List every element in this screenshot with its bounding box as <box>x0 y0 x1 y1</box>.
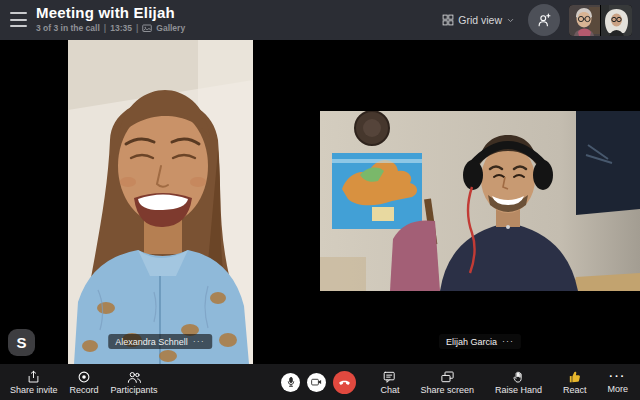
chat-icon <box>382 370 397 384</box>
chevron-down-icon <box>507 18 514 23</box>
video-stage: Alexandra Schnell ··· Elijah Garcia ··· … <box>0 40 640 364</box>
tile-menu-icon[interactable]: ··· <box>193 339 205 344</box>
share-invite-label: Share invite <box>10 385 58 395</box>
toolbar-left-group: Share invite Record Participants <box>4 364 164 400</box>
add-participant-button[interactable] <box>528 4 560 36</box>
grid-icon <box>442 14 454 26</box>
participants-label: Participants <box>111 385 158 395</box>
end-call-icon <box>337 375 352 390</box>
grid-view-button[interactable]: Grid view <box>438 10 518 30</box>
elijah-video <box>320 111 640 291</box>
call-header: Meeting with Elijah 3 of 3 in the call |… <box>0 0 640 40</box>
share-screen-icon <box>440 370 455 384</box>
header-actions: Grid view <box>438 0 638 40</box>
skype-logo[interactable]: S <box>8 329 35 356</box>
menu-icon[interactable] <box>10 12 27 27</box>
call-toolbar: Share invite Record Participants <box>0 364 640 400</box>
share-screen-label: Share screen <box>420 385 474 395</box>
video-tile-alexandra[interactable] <box>68 40 253 364</box>
camera-icon <box>310 376 323 388</box>
camera-button[interactable] <box>307 373 326 392</box>
share-invite-button[interactable]: Share invite <box>4 368 64 397</box>
chat-label: Chat <box>380 385 399 395</box>
video-tile-elijah[interactable] <box>320 111 640 291</box>
tile-menu-icon[interactable]: ··· <box>502 339 514 344</box>
call-subtitle: 3 of 3 in the call | 13:35 | Gallery <box>36 23 185 33</box>
grid-view-label: Grid view <box>458 14 502 26</box>
participants-icon <box>126 370 142 384</box>
toolbar-center-group <box>281 364 356 400</box>
microphone-button[interactable] <box>281 373 300 392</box>
raise-hand-button[interactable]: Raise Hand <box>489 368 548 397</box>
nametag-alexandra: Alexandra Schnell ··· <box>108 334 212 349</box>
raise-hand-icon <box>511 370 525 384</box>
participant-name: Alexandra Schnell <box>115 337 188 347</box>
participant-name: Elijah Garcia <box>446 337 497 347</box>
person-add-icon <box>535 11 553 29</box>
skype-call-window: Meeting with Elijah 3 of 3 in the call |… <box>0 0 640 400</box>
record-button[interactable]: Record <box>64 368 105 397</box>
raise-hand-label: Raise Hand <box>495 385 542 395</box>
record-icon <box>77 370 91 384</box>
end-call-button[interactable] <box>333 371 356 394</box>
share-icon <box>26 370 41 384</box>
page-title: Meeting with Elijah <box>36 4 185 22</box>
share-screen-button[interactable]: Share screen <box>414 368 480 397</box>
more-button[interactable]: ··· More <box>601 368 634 396</box>
react-button[interactable]: React <box>557 368 593 397</box>
ellipsis-icon: ··· <box>609 370 626 383</box>
participant-thumbnail-1[interactable] <box>569 5 600 36</box>
toolbar-right-group: Chat Share screen Raise Hand React <box>374 364 634 400</box>
gallery-icon <box>142 24 152 33</box>
nametag-elijah: Elijah Garcia ··· <box>439 334 521 349</box>
participant-count: 3 of 3 in the call <box>36 23 100 33</box>
participant-thumbnails[interactable] <box>569 5 632 36</box>
participants-button[interactable]: Participants <box>105 368 164 397</box>
alexandra-video <box>68 40 253 364</box>
chat-button[interactable]: Chat <box>374 368 405 397</box>
thumbs-up-icon <box>567 370 582 384</box>
record-label: Record <box>70 385 99 395</box>
more-label: More <box>607 384 628 394</box>
microphone-icon <box>285 376 297 388</box>
react-label: React <box>563 385 587 395</box>
call-duration: 13:35 <box>110 23 132 33</box>
gallery-label: Gallery <box>156 23 185 33</box>
participant-thumbnail-2[interactable] <box>601 5 632 36</box>
call-info: Meeting with Elijah 3 of 3 in the call |… <box>36 4 185 33</box>
